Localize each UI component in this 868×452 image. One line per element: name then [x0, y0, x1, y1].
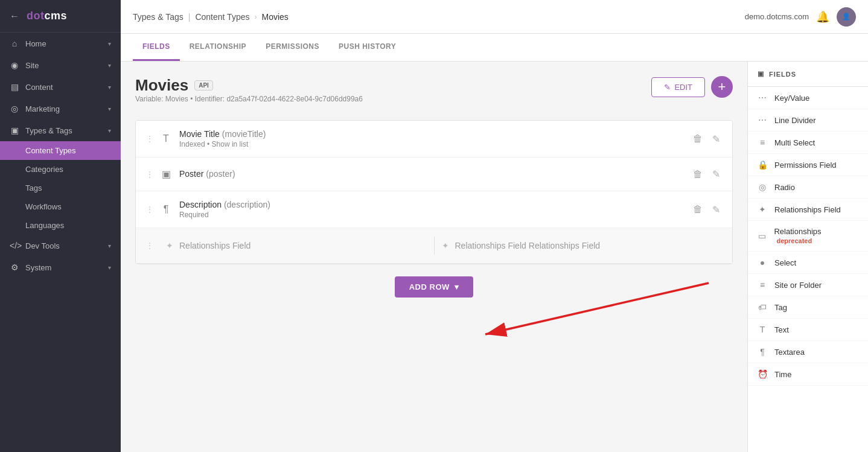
sidebar-logo-row[interactable]: ← dotcms: [0, 0, 121, 33]
line-divider-icon: ⋯: [758, 115, 767, 125]
field-info: Description (description) Required: [179, 200, 691, 219]
tab-push-history[interactable]: PUSH HISTORY: [329, 34, 406, 61]
panel-item-site-or-folder[interactable]: ≡ Site or Folder: [748, 274, 868, 296]
delete-field-button[interactable]: 🗑: [691, 131, 705, 147]
dev-tools-icon: </>: [10, 241, 19, 250]
field-actions: 🗑 ✎: [691, 166, 723, 182]
panel-select-label: Select: [774, 258, 796, 267]
panel-item-text[interactable]: T Text: [748, 319, 868, 341]
delete-field-button[interactable]: 🗑: [691, 167, 705, 182]
tab-relationship[interactable]: RELATIONSHIP: [180, 34, 256, 61]
add-button[interactable]: +: [711, 76, 733, 98]
panel-item-select[interactable]: ● Select: [748, 252, 868, 274]
panel-item-radio[interactable]: ◎ Radio: [748, 176, 868, 199]
header-right: demo.dotcms.com 🔔 👤: [745, 7, 856, 27]
panel-item-textarea[interactable]: ¶ Textarea: [748, 341, 868, 363]
fields-container: ⋮ T Movie Title (movieTitle) Indexed • S…: [135, 120, 733, 264]
identifier-label: Identifier: d2a5a47f-02d4-4622-8e04-9c7d…: [195, 95, 363, 103]
sidebar-item-marketing[interactable]: ◎ Marketing ▾: [0, 98, 121, 119]
page-actions: ✎ EDIT +: [651, 76, 733, 98]
sidebar-item-categories[interactable]: Categories: [0, 160, 121, 179]
edit-field-button[interactable]: ✎: [710, 131, 723, 147]
panel-item-line-divider[interactable]: ⋯ Line Divider: [748, 109, 868, 132]
edit-button-label: EDIT: [674, 83, 692, 92]
table-row: ⋮ ▣ Poster (poster) 🗑 ✎: [136, 158, 732, 191]
fields-wrapper: ⋮ T Movie Title (movieTitle) Indexed • S…: [135, 120, 733, 264]
site-arrow-icon: ▾: [108, 62, 111, 69]
avatar[interactable]: 👤: [837, 7, 856, 27]
relationships-field-icon: ✦: [758, 205, 767, 214]
sidebar-item-content[interactable]: ▤ Content ▾: [0, 76, 121, 98]
panel-item-tag[interactable]: 🏷 Tag: [748, 296, 868, 319]
sidebar-item-site[interactable]: ◉ Site ▾: [0, 54, 121, 76]
drag-icon: ⋮: [145, 170, 154, 179]
tab-permissions[interactable]: PERMISSIONS: [256, 34, 329, 61]
sidebar-home-label: Home: [25, 39, 102, 48]
breadcrumb-current: Movies: [261, 12, 288, 22]
field-info: Poster (poster): [179, 169, 691, 180]
sidebar: ← dotcms ⌂ Home ▾ ◉ Site ▾ ▤ Content ▾ ◎…: [0, 0, 121, 452]
edit-field-button[interactable]: ✎: [710, 166, 723, 182]
content-icon: ▤: [10, 82, 19, 92]
main-content: Types & Tags | Content Types › Movies de…: [121, 0, 868, 452]
right-panel-header: ▣ FIELDS: [748, 62, 868, 87]
dragging-row: ⋮ ✦ Relationships Field ✦ Relationships …: [136, 228, 732, 264]
page-title: Movies: [135, 76, 188, 95]
field-name: Movie Title (movieTitle): [179, 129, 691, 139]
panel-item-relationships-field[interactable]: ✦ Relationships Field: [748, 199, 868, 221]
relationship-type-icon-left: ✦: [166, 241, 173, 250]
multi-select-icon: ≡: [758, 138, 767, 147]
sidebar-item-content-types[interactable]: Content Types: [0, 141, 121, 160]
avatar-initials: 👤: [842, 13, 850, 21]
field-name: Description (description): [179, 200, 691, 209]
col-divider: [434, 237, 435, 255]
sidebar-item-types-tags[interactable]: ▣ Types & Tags ▾: [0, 119, 121, 141]
breadcrumb-arrow-icon: ›: [254, 13, 257, 21]
sidebar-dev-tools-label: Dev Tools: [25, 241, 102, 250]
sidebar-content-label: Content: [25, 83, 102, 92]
breadcrumb-link[interactable]: Content Types: [195, 12, 249, 22]
add-row-button[interactable]: ADD ROW ▾: [395, 276, 474, 298]
field-var: (poster): [206, 169, 235, 179]
api-badge[interactable]: API: [194, 80, 213, 91]
panel-item-time[interactable]: ⏰ Time: [748, 363, 868, 386]
field-meta: Indexed • Show in list: [179, 140, 691, 148]
tags-label: Tags: [25, 183, 42, 193]
panel-item-relationships-legacy[interactable]: ▭ Relationships deprecated: [748, 221, 868, 252]
add-row-section: ADD ROW ▾: [135, 276, 733, 298]
edit-button[interactable]: ✎ EDIT: [651, 77, 705, 97]
relationships-legacy-icon: ▭: [758, 231, 767, 241]
panel-item-key-value[interactable]: ⋯ Key/Value: [748, 87, 868, 109]
tab-fields[interactable]: FIELDS: [133, 34, 180, 61]
content-area: Movies API Variable: Movies • Identifier…: [121, 62, 747, 452]
site-icon: ◉: [10, 60, 19, 70]
permissions-field-icon: 🔒: [758, 160, 767, 170]
dragging-right-label: Relationships Field: [455, 241, 526, 250]
sidebar-item-dev-tools[interactable]: </> Dev Tools ▾: [0, 235, 121, 256]
page-title-row: Movies API: [135, 76, 363, 95]
drag-right-col: ✦ Relationships Field Relationships Fiel…: [442, 241, 723, 250]
breadcrumb-section[interactable]: Types & Tags: [133, 12, 183, 22]
text-icon: T: [758, 325, 767, 334]
content-and-panel: Movies API Variable: Movies • Identifier…: [121, 62, 868, 452]
marketing-icon: ◎: [10, 104, 19, 113]
categories-label: Categories: [25, 165, 63, 174]
sidebar-item-tags[interactable]: Tags: [0, 179, 121, 197]
site-or-folder-icon: ≡: [758, 280, 767, 290]
bell-icon[interactable]: 🔔: [816, 10, 829, 24]
panel-item-multi-select[interactable]: ≡ Multi Select: [748, 132, 868, 154]
sidebar-item-workflows[interactable]: Workflows: [0, 197, 121, 216]
top-header: Types & Tags | Content Types › Movies de…: [121, 0, 868, 34]
panel-textarea-label: Textarea: [774, 348, 805, 357]
sidebar-item-languages[interactable]: Languages: [0, 216, 121, 235]
field-var: (movieTitle): [222, 129, 266, 139]
back-icon[interactable]: ←: [10, 11, 19, 22]
table-row: ⋮ ¶ Description (description) Required 🗑…: [136, 191, 732, 228]
relationship-type-icon-right: ✦: [442, 241, 449, 250]
drag-icon: ⋮: [145, 134, 154, 144]
sidebar-item-system[interactable]: ⚙ System ▾: [0, 256, 121, 278]
edit-field-button[interactable]: ✎: [710, 202, 723, 218]
panel-item-permissions-field[interactable]: 🔒 Permissions Field: [748, 154, 868, 176]
delete-field-button[interactable]: 🗑: [691, 202, 705, 217]
sidebar-item-home[interactable]: ⌂ Home ▾: [0, 33, 121, 54]
